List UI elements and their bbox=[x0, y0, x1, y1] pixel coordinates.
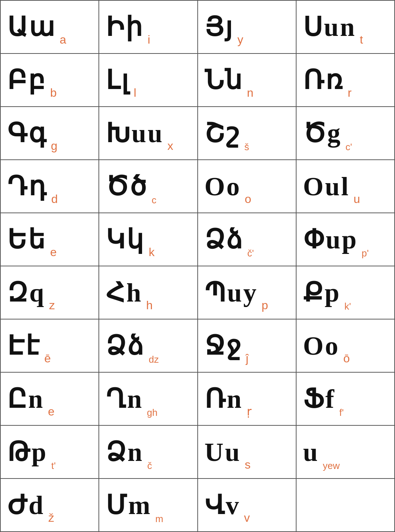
armenian-char: Աա bbox=[7, 14, 56, 40]
cell-vv: Վv v bbox=[198, 479, 297, 532]
armenian-char: Ժd bbox=[7, 492, 45, 518]
cell-kp: Քp k' bbox=[297, 266, 395, 319]
armenian-char: Խuu bbox=[106, 120, 164, 147]
latin-char: e bbox=[48, 405, 55, 421]
armenian-alphabet-grid: Աա a Իի i Յյ y Սun t Բբ b Լլ l Նն n Ռռ r… bbox=[0, 0, 395, 532]
latin-char: š bbox=[245, 141, 249, 156]
cell-kk: Կկ k bbox=[99, 213, 198, 266]
armenian-char: Կկ bbox=[106, 226, 145, 253]
latin-char: gh bbox=[147, 407, 157, 421]
cell-tp: Թp t' bbox=[1, 426, 99, 479]
armenian-char: Ձձ bbox=[205, 226, 244, 253]
armenian-char: Հh bbox=[106, 280, 142, 306]
latin-char: b bbox=[50, 86, 57, 103]
cell-gg: Գգ g bbox=[1, 107, 99, 160]
latin-char: u bbox=[354, 192, 360, 209]
cell-hh: Հh h bbox=[99, 266, 198, 319]
latin-char: t' bbox=[51, 460, 56, 474]
cell-su: Uu s bbox=[198, 426, 297, 479]
cell-gh: Ղn gh bbox=[99, 373, 198, 426]
latin-char: h bbox=[146, 299, 153, 315]
armenian-char: Լլ bbox=[106, 67, 130, 93]
armenian-char: Oo bbox=[303, 333, 340, 359]
armenian-char: Ձn bbox=[106, 439, 144, 465]
armenian-char: Իի bbox=[106, 14, 144, 40]
armenian-char: Ռn bbox=[205, 386, 243, 412]
cell-yy: Յյ y bbox=[198, 1, 297, 54]
latin-char: ĵ bbox=[246, 352, 249, 368]
cell-mm: Մm m bbox=[99, 479, 198, 532]
latin-char: m bbox=[155, 513, 163, 528]
armenian-char: Ֆf bbox=[303, 386, 336, 412]
latin-char: č bbox=[147, 460, 152, 474]
cell-schwa: Ըn e bbox=[1, 373, 99, 426]
cell-bb: Բբ b bbox=[1, 54, 99, 107]
cell-jj: Ջջ ĵ bbox=[198, 319, 297, 373]
armenian-char: u bbox=[303, 439, 319, 465]
armenian-char: Ձձ bbox=[106, 333, 145, 359]
latin-char: g bbox=[51, 139, 57, 156]
cell-oo: Oo o bbox=[198, 160, 297, 213]
cell-obar: Oo ō bbox=[297, 319, 395, 373]
armenian-char: Զq bbox=[7, 280, 45, 306]
armenian-char: Բբ bbox=[7, 67, 46, 93]
cell-ebar: Էէ ē bbox=[1, 319, 99, 373]
latin-char: o bbox=[245, 192, 251, 209]
cell-sun: Սun t bbox=[297, 1, 395, 54]
armenian-char: Պuy bbox=[205, 280, 258, 306]
latin-char: f' bbox=[339, 407, 344, 421]
latin-char: i bbox=[148, 33, 150, 49]
latin-char: v bbox=[244, 511, 250, 528]
latin-char: k' bbox=[344, 301, 351, 315]
cell-dz: Ձձ dz bbox=[99, 319, 198, 373]
latin-char: dz bbox=[149, 354, 159, 368]
latin-char: ē bbox=[44, 352, 51, 368]
armenian-char: Ղn bbox=[106, 386, 143, 412]
armenian-char: Քp bbox=[303, 280, 341, 306]
cell-dd: Դդ d bbox=[1, 160, 99, 213]
latin-char: z bbox=[49, 299, 55, 315]
cell-aa: Աա a bbox=[1, 1, 99, 54]
armenian-char: Յյ bbox=[205, 14, 234, 40]
armenian-char: Նն bbox=[205, 67, 243, 93]
armenian-char: Ջջ bbox=[205, 333, 242, 359]
cell-zh: Ժd ž bbox=[1, 479, 99, 532]
armenian-char: Ծg bbox=[303, 120, 342, 147]
cell-cg: Ծg c' bbox=[297, 107, 395, 160]
armenian-char: Գգ bbox=[7, 120, 47, 147]
latin-char: ž bbox=[48, 511, 54, 528]
latin-char: r bbox=[348, 86, 352, 103]
latin-char: ṛ bbox=[247, 404, 251, 421]
armenian-char: Ըn bbox=[7, 386, 44, 412]
cell-ll: Լլ l bbox=[99, 54, 198, 107]
cell-ss: Շշ š bbox=[198, 107, 297, 160]
latin-char: č' bbox=[247, 248, 254, 262]
latin-char: yew bbox=[323, 460, 340, 474]
armenian-char: Մm bbox=[106, 492, 152, 518]
latin-char: l bbox=[134, 86, 136, 103]
latin-char: x bbox=[167, 139, 173, 156]
armenian-char: Էէ bbox=[7, 333, 41, 359]
latin-char: p' bbox=[362, 248, 369, 262]
cell-ra: Ռn ṛ bbox=[198, 373, 297, 426]
cell-uu: Oul u bbox=[297, 160, 395, 213]
cell-ee: Եե e bbox=[1, 213, 99, 266]
latin-char: e bbox=[50, 245, 57, 262]
cell-pp: Փup p' bbox=[297, 213, 395, 266]
latin-char: k bbox=[149, 245, 154, 262]
armenian-char: Ծծ bbox=[106, 173, 148, 200]
cell-chp: Ձձ č' bbox=[198, 213, 297, 266]
armenian-char: Եե bbox=[7, 226, 46, 253]
armenian-char: Oo bbox=[205, 173, 241, 200]
cell-yew: u yew bbox=[297, 426, 395, 479]
latin-char: n bbox=[247, 86, 254, 103]
cell-cc: Ծծ c bbox=[99, 160, 198, 213]
armenian-char: Վv bbox=[205, 492, 241, 518]
latin-char: c bbox=[152, 195, 156, 209]
armenian-char: Oul bbox=[303, 173, 350, 200]
cell-ii: Իի i bbox=[99, 1, 198, 54]
armenian-char: Uu bbox=[205, 439, 241, 465]
armenian-char: Դդ bbox=[7, 173, 48, 200]
latin-char: y bbox=[238, 33, 243, 49]
cell-xx: Խuu x bbox=[99, 107, 198, 160]
